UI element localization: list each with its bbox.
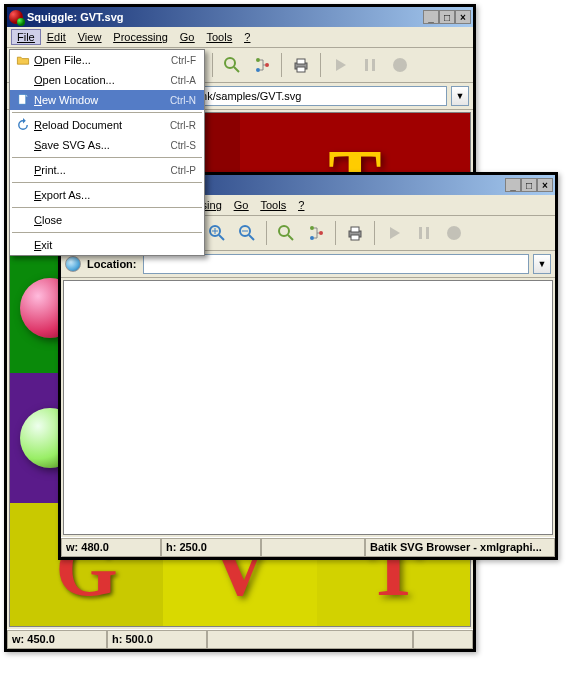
close-button[interactable]: ×	[537, 178, 553, 192]
location-input[interactable]	[143, 254, 530, 274]
canvas[interactable]	[63, 280, 553, 535]
toolbar-separator	[374, 221, 375, 245]
print-button[interactable]	[287, 51, 315, 79]
menu-item-shortcut: Ctrl-R	[170, 120, 200, 131]
titlebar[interactable]: Squiggle: GVT.svg _ □ ×	[7, 7, 473, 27]
menu-item-label: Exit	[32, 239, 196, 251]
menu-item-save-svg-as[interactable]: Save SVG As...Ctrl-S	[10, 135, 204, 155]
menu-item-label: Export As...	[32, 189, 196, 201]
menu-item-label: Reload Document	[32, 119, 170, 131]
status-message: Batik SVG Browser - xmlgraphi...	[365, 538, 555, 557]
chevron-down-icon: ▼	[456, 92, 465, 101]
toolbar-separator	[335, 221, 336, 245]
zoom-in-button[interactable]	[203, 219, 231, 247]
status-width: w: 480.0	[61, 538, 161, 557]
menu-item-shortcut: Ctrl-N	[170, 95, 200, 106]
stop-button[interactable]	[440, 219, 468, 247]
status-extra	[413, 630, 473, 649]
minimize-button[interactable]: _	[505, 178, 521, 192]
play-button[interactable]	[380, 219, 408, 247]
menu-go[interactable]: Go	[174, 29, 201, 45]
menu-go[interactable]: Go	[228, 197, 255, 213]
close-button[interactable]: ×	[455, 10, 471, 24]
print-button[interactable]	[341, 219, 369, 247]
location-dropdown[interactable]: ▼	[533, 254, 551, 274]
svg-rect-32	[351, 227, 359, 232]
maximize-button[interactable]: □	[439, 10, 455, 24]
svg-point-36	[447, 226, 461, 240]
menu-separator	[12, 207, 202, 208]
svg-rect-14	[297, 67, 305, 72]
reload-icon	[14, 118, 32, 132]
svg-point-30	[319, 231, 323, 235]
location-dropdown[interactable]: ▼	[451, 86, 469, 106]
menu-item-label: Open File...	[32, 54, 171, 66]
pause-button[interactable]	[410, 219, 438, 247]
status-height: h: 500.0	[107, 630, 207, 649]
dom-viewer-button[interactable]	[218, 51, 246, 79]
menu-separator	[12, 232, 202, 233]
svg-rect-33	[351, 235, 359, 240]
svg-point-29	[310, 236, 314, 240]
svg-line-8	[234, 67, 239, 72]
svg-rect-16	[372, 59, 375, 71]
svg-rect-34	[419, 227, 422, 239]
location-label: Location:	[85, 258, 139, 270]
folder-icon	[14, 53, 32, 67]
menu-item-new-window[interactable]: New WindowCtrl-N	[10, 90, 204, 110]
menu-tools[interactable]: Tools	[200, 29, 238, 45]
statusbar: w: 450.0 h: 500.0	[7, 629, 473, 649]
menu-item-open-file[interactable]: Open File...Ctrl-F	[10, 50, 204, 70]
svg-point-26	[279, 226, 289, 236]
menu-item-reload-document[interactable]: Reload DocumentCtrl-R	[10, 115, 204, 135]
maximize-button[interactable]: □	[521, 178, 537, 192]
menu-separator	[12, 112, 202, 113]
menu-processing[interactable]: Processing	[107, 29, 173, 45]
menu-view[interactable]: View	[72, 29, 108, 45]
menu-item-exit[interactable]: Exit	[10, 235, 204, 255]
menu-separator	[12, 157, 202, 158]
menu-tools[interactable]: Tools	[254, 197, 292, 213]
svg-rect-18	[19, 94, 26, 104]
chevron-down-icon: ▼	[538, 260, 547, 269]
stop-button[interactable]	[386, 51, 414, 79]
toolbar-separator	[320, 53, 321, 77]
menu-item-label: Open Location...	[32, 74, 170, 86]
menu-item-print[interactable]: Print...Ctrl-P	[10, 160, 204, 180]
file-menu-dropdown: Open File...Ctrl-FOpen Location...Ctrl-A…	[9, 49, 205, 256]
svg-line-20	[219, 235, 224, 240]
play-button[interactable]	[326, 51, 354, 79]
menu-help[interactable]: ?	[292, 197, 310, 213]
svg-line-27	[288, 235, 293, 240]
svg-point-17	[393, 58, 407, 72]
window-title: Squiggle: GVT.svg	[27, 11, 423, 23]
menu-item-open-location[interactable]: Open Location...Ctrl-A	[10, 70, 204, 90]
menubar: File Edit View Processing Go Tools ?	[7, 27, 473, 48]
menu-separator	[12, 182, 202, 183]
tree-button[interactable]	[248, 51, 276, 79]
menu-item-shortcut: Ctrl-P	[170, 165, 200, 176]
menu-edit[interactable]: Edit	[41, 29, 72, 45]
svg-point-9	[256, 58, 260, 62]
minimize-button[interactable]: _	[423, 10, 439, 24]
status-width: w: 450.0	[7, 630, 107, 649]
menu-help[interactable]: ?	[238, 29, 256, 45]
menu-item-shortcut: Ctrl-S	[170, 140, 200, 151]
menu-item-shortcut: Ctrl-F	[171, 55, 200, 66]
menu-item-label: New Window	[32, 94, 170, 106]
dom-viewer-button[interactable]	[272, 219, 300, 247]
tree-button[interactable]	[302, 219, 330, 247]
menu-item-label: Print...	[32, 164, 170, 176]
status-spacer	[207, 630, 413, 649]
pause-button[interactable]	[356, 51, 384, 79]
svg-point-11	[265, 63, 269, 67]
menu-item-export-as[interactable]: Export As...	[10, 185, 204, 205]
svg-point-10	[256, 68, 260, 72]
toolbar-separator	[212, 53, 213, 77]
zoom-out-button[interactable]	[233, 219, 261, 247]
status-height: h: 250.0	[161, 538, 261, 557]
menu-item-shortcut: Ctrl-A	[170, 75, 200, 86]
menu-item-label: Close	[32, 214, 196, 226]
menu-file[interactable]: File	[11, 29, 41, 45]
menu-item-close[interactable]: Close	[10, 210, 204, 230]
